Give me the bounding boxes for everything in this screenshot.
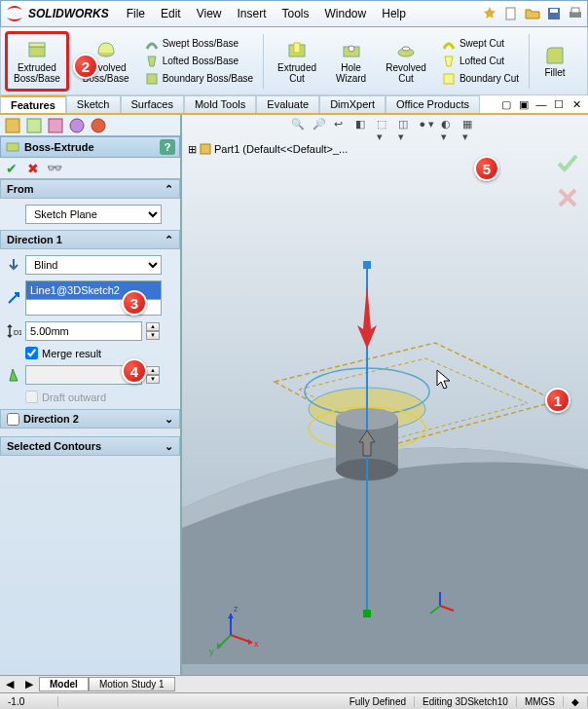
solidworks-logo-icon xyxy=(5,4,24,23)
feature-title-bar: Boss-Extrude ? xyxy=(0,136,180,158)
prev-view-icon[interactable]: ↩ xyxy=(334,118,351,135)
lofted-cut-button[interactable]: Lofted Cut xyxy=(440,54,521,69)
extruded-boss-button[interactable]: Extruded Boss/Base xyxy=(5,31,69,92)
detailed-preview-icon[interactable]: 👓 xyxy=(47,161,62,176)
draft-down-button[interactable]: ▼ xyxy=(146,375,160,384)
tab-scroll-left-icon[interactable]: ◀ xyxy=(0,678,19,690)
status-extra-icon[interactable]: ◆ xyxy=(564,696,588,707)
from-combo[interactable]: Sketch Plane xyxy=(25,205,162,224)
win-icon-1[interactable]: ▢ xyxy=(498,96,514,112)
help-icon[interactable]: ? xyxy=(160,139,175,155)
maximize-icon[interactable]: ☐ xyxy=(551,96,567,112)
property-mgr-icon[interactable] xyxy=(25,117,43,134)
save-icon[interactable] xyxy=(546,6,562,21)
menu-window[interactable]: Window xyxy=(317,7,375,20)
menu-help[interactable]: Help xyxy=(374,7,414,20)
ok-icon[interactable]: ✔ xyxy=(4,161,19,176)
svg-rect-31 xyxy=(363,610,371,617)
menu-file[interactable]: File xyxy=(119,7,153,20)
print-icon[interactable] xyxy=(568,6,583,21)
status-defined: Fully Defined xyxy=(342,696,415,707)
tab-evaluate[interactable]: Evaluate xyxy=(256,95,319,113)
zoom-fit-icon[interactable]: 🔍 xyxy=(291,118,309,135)
tab-features[interactable]: Features xyxy=(0,95,66,113)
chevron-up-icon: ⌃ xyxy=(165,234,173,246)
swept-cut-button[interactable]: Swept Cut xyxy=(440,36,521,52)
fillet-button[interactable]: Fillet xyxy=(537,31,572,92)
draft-up-button[interactable]: ▲ xyxy=(146,366,160,375)
display-mgr-icon[interactable] xyxy=(90,117,107,134)
app-title: SOLIDWORKS xyxy=(28,7,109,20)
svg-rect-16 xyxy=(6,119,19,132)
command-tab-bar: Features Sketch Surfaces Mold Tools Eval… xyxy=(0,95,588,115)
minimize-icon[interactable]: — xyxy=(533,96,549,112)
from-header[interactable]: From ⌃ xyxy=(0,179,180,199)
tab-mold-tools[interactable]: Mold Tools xyxy=(184,95,256,113)
scene-icon[interactable]: ▦ ▾ xyxy=(462,118,480,135)
boundary-cut-button[interactable]: Boundary Cut xyxy=(440,71,521,87)
graphics-viewport[interactable]: 🔍 🔎 ↩ ◧ ⬚ ▾ ◫ ▾ ● ▾ ◐ ▾ ▦ ▾ ⊞ Part1 (Def… xyxy=(182,115,588,675)
draft-icon[interactable] xyxy=(6,367,21,383)
tab-scroll-right-icon[interactable]: ▶ xyxy=(19,678,39,690)
display-style-icon[interactable]: ◫ ▾ xyxy=(398,118,416,135)
config-mgr-icon[interactable] xyxy=(47,117,64,134)
direction1-header[interactable]: Direction 1 ⌃ xyxy=(0,230,180,249)
svg-rect-0 xyxy=(506,8,515,19)
feature-tree-icon[interactable] xyxy=(4,117,21,134)
hide-show-icon[interactable]: ● ▾ xyxy=(420,118,437,135)
bottom-tab-motion[interactable]: Motion Study 1 xyxy=(89,677,175,691)
direction2-header[interactable]: Direction 2 ⌄ xyxy=(0,409,180,429)
svg-rect-4 xyxy=(571,8,579,13)
extruded-cut-button[interactable]: Extruded Cut xyxy=(272,31,322,92)
tab-surfaces[interactable]: Surfaces xyxy=(121,95,184,113)
svg-point-19 xyxy=(70,119,84,132)
menu-insert[interactable]: Insert xyxy=(230,7,275,20)
section-view-icon[interactable]: ◧ xyxy=(355,118,373,135)
status-units[interactable]: MMGS xyxy=(517,696,564,707)
svg-point-14 xyxy=(402,47,410,51)
merge-result-checkbox[interactable] xyxy=(25,347,38,359)
lofted-boss-button[interactable]: Lofted Boss/Base xyxy=(143,54,255,69)
direction-vector-icon[interactable] xyxy=(6,290,21,306)
tab-dimxpert[interactable]: DimXpert xyxy=(319,95,386,113)
svg-rect-8 xyxy=(147,74,157,84)
star-icon[interactable] xyxy=(482,6,497,21)
svg-text:z: z xyxy=(234,604,239,614)
bottom-tab-bar: ◀ ▶ Model Motion Study 1 xyxy=(0,675,588,692)
tab-office-products[interactable]: Office Products xyxy=(386,95,480,113)
model-preview: x y z xyxy=(182,138,588,664)
menu-edit[interactable]: Edit xyxy=(153,7,189,20)
end-condition-combo[interactable]: Blind xyxy=(25,255,162,275)
tab-sketch[interactable]: Sketch xyxy=(66,95,121,113)
annotation-5: 5 xyxy=(474,156,499,181)
appearance-icon[interactable]: ◐ ▾ xyxy=(441,118,459,135)
close-icon[interactable]: ✕ xyxy=(569,96,584,112)
menu-view[interactable]: View xyxy=(189,7,230,20)
svg-rect-30 xyxy=(363,261,371,269)
dimxpert-mgr-icon[interactable] xyxy=(68,117,86,134)
boundary-boss-button[interactable]: Boundary Boss/Base xyxy=(143,71,255,87)
reverse-direction-icon[interactable] xyxy=(6,257,21,273)
annotation-3: 3 xyxy=(122,290,147,316)
depth-down-button[interactable]: ▼ xyxy=(146,331,160,340)
depth-input[interactable] xyxy=(25,321,142,341)
view-orient-icon[interactable]: ⬚ ▾ xyxy=(377,118,394,135)
open-icon[interactable] xyxy=(525,6,540,21)
depth-icon[interactable]: D1 xyxy=(6,323,21,339)
direction2-checkbox[interactable] xyxy=(7,413,19,426)
selected-contours-header[interactable]: Selected Contours ⌄ xyxy=(0,436,180,456)
swept-boss-button[interactable]: Swept Boss/Base xyxy=(143,36,255,52)
svg-rect-10 xyxy=(294,43,300,53)
svg-rect-18 xyxy=(49,119,62,132)
zoom-area-icon[interactable]: 🔎 xyxy=(312,118,330,135)
win-icon-2[interactable]: ▣ xyxy=(516,96,532,112)
depth-up-button[interactable]: ▲ xyxy=(146,322,160,331)
revolved-cut-button[interactable]: Revolved Cut xyxy=(380,31,432,92)
hole-wizard-button[interactable]: Hole Wizard xyxy=(330,31,372,92)
svg-point-20 xyxy=(92,119,105,132)
menu-tools[interactable]: Tools xyxy=(275,7,317,20)
new-doc-icon[interactable] xyxy=(503,6,519,21)
property-manager-panel: Boss-Extrude ? ✔ ✖ 👓 From ⌃ Sketch Plane… xyxy=(0,115,182,675)
cancel-icon[interactable]: ✖ xyxy=(25,161,41,176)
bottom-tab-model[interactable]: Model xyxy=(39,677,89,691)
